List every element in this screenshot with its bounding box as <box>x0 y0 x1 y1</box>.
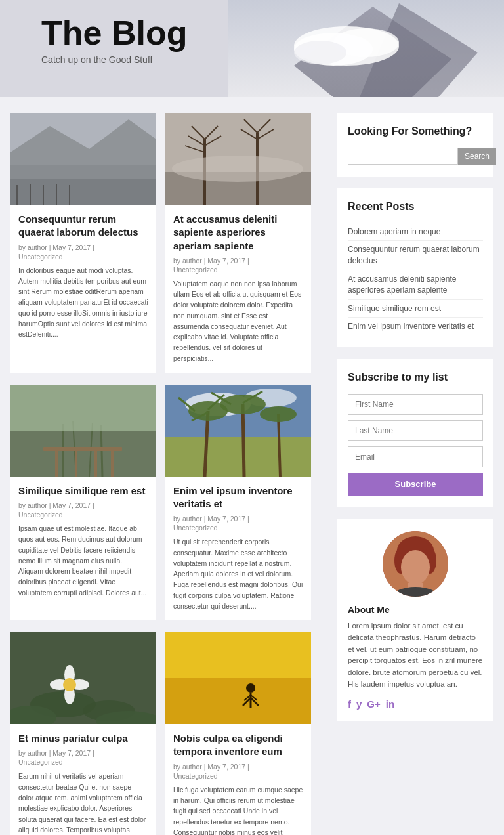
header-text-block: The Blog Catch up on the Good Stuff <box>41 14 187 65</box>
post-body: At accusamus deleniti sapiente asperiore… <box>165 205 311 373</box>
email-input[interactable] <box>348 446 483 467</box>
post-title[interactable]: Consequuntur rerum quaerat laborum delec… <box>18 213 148 240</box>
svg-point-66 <box>63 678 76 691</box>
post-title[interactable]: Nobis culpa ea eligendi tempora inventor… <box>173 732 303 759</box>
header-mountain-illustration <box>228 0 504 97</box>
svg-point-71 <box>246 683 255 693</box>
post-category: Uncategorized <box>173 266 303 274</box>
post-body: Similique similique rem est by author | … <box>10 477 156 607</box>
first-name-input[interactable] <box>348 394 483 415</box>
posts-area: Consequuntur rerum quaerat laborum delec… <box>10 113 326 835</box>
svg-rect-10 <box>10 179 156 205</box>
post-title[interactable]: Et minus pariatur culpa <box>18 732 148 745</box>
about-text: Lorem ipsum dolor sit amet, est cu delic… <box>348 620 483 691</box>
social-linkedin[interactable]: in <box>386 698 394 710</box>
social-links: f y G+ in <box>348 698 483 710</box>
subscribe-widget: Subscribe to my list Subscribe <box>337 359 494 507</box>
social-facebook[interactable]: f <box>348 698 351 710</box>
post-excerpt: Earum nihil ut veritatis vel aperiam con… <box>18 771 148 835</box>
post-card: Consequuntur rerum quaerat laborum delec… <box>10 113 156 373</box>
subscribe-title: Subscribe to my list <box>348 371 483 385</box>
search-widget: Looking For Something? Search <box>337 113 494 177</box>
svg-point-57 <box>260 406 297 422</box>
post-title[interactable]: At accusamus deleniti sapiente asperiore… <box>173 213 303 253</box>
svg-point-6 <box>294 41 346 64</box>
post-image <box>10 113 156 205</box>
last-name-input[interactable] <box>348 420 483 441</box>
svg-point-81 <box>401 550 430 584</box>
post-meta: by author | May 7, 2017 | <box>173 257 303 265</box>
post-excerpt: In doloribus eaque aut modi voluptas. Au… <box>18 265 148 340</box>
recent-post-item[interactable]: Consequuntur rerum quaerat laborum delec… <box>348 241 483 270</box>
recent-post-item[interactable]: Similique similique rem est <box>348 300 483 318</box>
post-category: Uncategorized <box>18 253 148 261</box>
post-body: Enim vel ipsum inventore veritatis et by… <box>165 477 311 620</box>
post-image <box>165 113 311 205</box>
recent-post-item[interactable]: Dolorem aperiam in neque <box>348 223 483 242</box>
recent-post-item[interactable]: At accusamus deleniti sapiente asperiore… <box>348 270 483 300</box>
svg-rect-70 <box>165 632 311 678</box>
site-title: The Blog <box>41 14 187 52</box>
site-subtitle: Catch up on the Good Stuff <box>41 54 187 65</box>
post-title[interactable]: Similique similique rem est <box>18 484 148 498</box>
posts-grid: Consequuntur rerum quaerat laborum delec… <box>10 113 326 835</box>
post-body: Consequuntur rerum quaerat laborum delec… <box>10 205 156 349</box>
search-button[interactable]: Search <box>458 148 496 165</box>
post-image <box>165 385 311 477</box>
post-excerpt: Ipsam quae ut est molestiae. Itaque ab q… <box>18 523 148 598</box>
social-twitter[interactable]: y <box>356 698 362 710</box>
recent-posts-title: Recent Posts <box>348 200 483 214</box>
svg-rect-31 <box>10 431 156 477</box>
recent-posts-widget: Recent Posts Dolorem aperiam in nequeCon… <box>337 188 494 347</box>
recent-post-item[interactable]: Enim vel ipsum inventore veritatis et <box>348 318 483 335</box>
post-meta: by author | May 7, 2017 | <box>18 502 148 509</box>
post-card: Et minus pariatur culpa by author | May … <box>10 632 156 835</box>
post-body: Nobis culpa ea eligendi tempora inventor… <box>165 724 311 835</box>
post-category: Uncategorized <box>173 524 303 532</box>
svg-point-53 <box>220 395 266 414</box>
svg-point-29 <box>172 156 303 182</box>
post-excerpt: Voluptatem eaque non non ipsa laborum ul… <box>173 278 303 364</box>
main-content: Consequuntur rerum quaerat laborum delec… <box>0 97 504 835</box>
post-body: Et minus pariatur culpa by author | May … <box>10 724 156 835</box>
svg-rect-44 <box>165 437 311 477</box>
post-title[interactable]: Enim vel ipsum inventore veritatis et <box>173 484 303 511</box>
social-googleplus[interactable]: G+ <box>367 698 380 710</box>
subscribe-button[interactable]: Subscribe <box>348 473 483 496</box>
post-image <box>10 385 156 477</box>
post-card: Enim vel ipsum inventore veritatis et by… <box>165 385 311 620</box>
about-avatar <box>383 531 448 597</box>
post-category: Uncategorized <box>18 758 148 766</box>
post-meta: by author | May 7, 2017 | <box>18 244 148 251</box>
post-category: Uncategorized <box>173 772 303 780</box>
post-meta: by author | May 7, 2017 | <box>173 763 303 771</box>
search-form: Search <box>348 148 483 165</box>
search-widget-title: Looking For Something? <box>348 125 483 139</box>
post-image <box>10 632 156 724</box>
post-card: Similique similique rem est by author | … <box>10 385 156 620</box>
post-category: Uncategorized <box>18 511 148 519</box>
search-input[interactable] <box>348 148 458 165</box>
svg-line-52 <box>243 404 244 477</box>
recent-posts-list: Dolorem aperiam in nequeConsequuntur rer… <box>348 223 483 336</box>
about-widget: About Me Lorem ipsum dolor sit amet, est… <box>337 519 494 721</box>
about-title: About Me <box>348 605 483 615</box>
post-card: At accusamus deleniti sapiente asperiore… <box>165 113 311 373</box>
post-meta: by author | May 7, 2017 | <box>18 749 148 757</box>
sidebar: Looking For Something? Search Recent Pos… <box>326 113 494 835</box>
post-excerpt: Hic fuga voluptatem earum cumque saepe i… <box>173 784 303 835</box>
post-meta: by author | May 7, 2017 | <box>173 515 303 523</box>
site-header: The Blog Catch up on the Good Stuff <box>0 0 504 97</box>
post-excerpt: Ut qui sit reprehenderit corporis conseq… <box>173 536 303 611</box>
svg-rect-36 <box>43 447 122 451</box>
post-card: Nobis culpa ea eligendi tempora inventor… <box>165 632 311 835</box>
svg-rect-41 <box>10 385 156 431</box>
post-image <box>165 632 311 724</box>
